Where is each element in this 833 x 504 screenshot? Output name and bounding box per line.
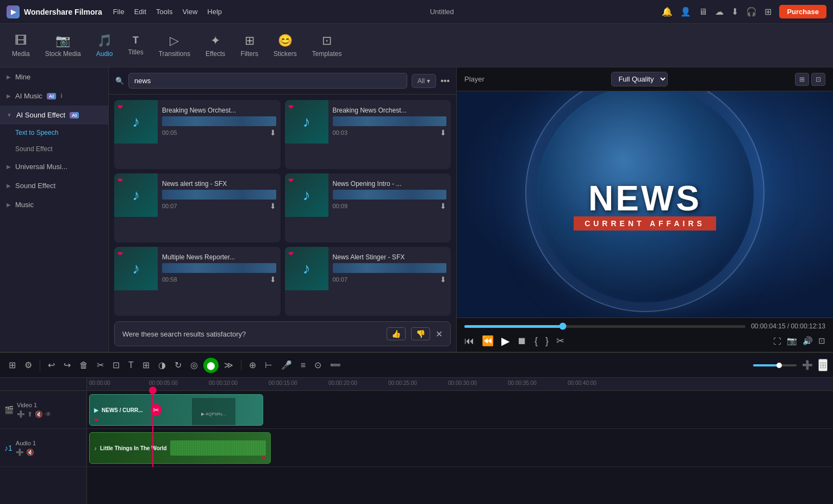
toolbar-item-media[interactable]: 🎞 Media: [4, 30, 38, 61]
tl-tracks-button[interactable]: ≡: [297, 358, 309, 372]
toolbar-item-titles[interactable]: T Titles: [120, 32, 151, 59]
toolbar-item-stickers[interactable]: 😊 Stickers: [266, 30, 304, 61]
crop-button[interactable]: ⊞: [139, 358, 153, 372]
timeline-tool-button[interactable]: ⚙: [21, 358, 35, 372]
play-button[interactable]: ▶: [501, 334, 509, 347]
snapshot-button[interactable]: 📷: [787, 336, 797, 346]
menu-file[interactable]: File: [113, 8, 125, 16]
thumbup-button[interactable]: 👍: [387, 327, 406, 340]
zoom-track[interactable]: [753, 364, 797, 366]
fullscreen-button[interactable]: ⛶: [773, 336, 781, 346]
adjust-button[interactable]: ◑: [155, 358, 169, 372]
mute-track-icon[interactable]: 🔇: [35, 410, 43, 418]
sidebar-item-sound-effect-sub[interactable]: Sound Effect: [0, 141, 108, 157]
headset-icon[interactable]: 🎧: [746, 7, 757, 17]
redo-button[interactable]: ↪: [60, 358, 74, 372]
download-btn-3[interactable]: ⬇: [440, 202, 446, 210]
download-btn-2[interactable]: ⬇: [270, 202, 276, 210]
apps-grid-icon[interactable]: ⊞: [764, 7, 772, 17]
tl-zoom-out[interactable]: ➖: [327, 358, 344, 372]
transitions-icon: ▷: [170, 34, 179, 48]
download-btn-4[interactable]: ⬇: [270, 275, 276, 284]
thumbdown-button[interactable]: 👎: [411, 327, 430, 340]
text-button[interactable]: T: [125, 358, 137, 372]
more-tl-button[interactable]: ≫: [221, 358, 237, 372]
profile-icon[interactable]: 👤: [680, 7, 691, 17]
copy-button[interactable]: ⊡: [109, 358, 123, 372]
audio-card-0[interactable]: ❤ ♪ Breaking News Orchest... 00:05 ⬇: [114, 100, 281, 169]
purchase-button[interactable]: Purchase: [779, 5, 826, 18]
audio-card-5[interactable]: ❤ ♪ News Alert Stinger - SFX 00:07 ⬇: [285, 247, 451, 316]
toolbar-item-stock-media[interactable]: 📷 Stock Media: [38, 30, 89, 61]
menu-tools[interactable]: Tools: [156, 8, 172, 16]
cloud-upload-icon[interactable]: ☁: [715, 7, 724, 17]
download-btn-0[interactable]: ⬇: [270, 128, 276, 137]
tl-replace-button[interactable]: ⊙: [311, 358, 325, 372]
export-track-icon[interactable]: ⬆: [27, 410, 33, 418]
record-button[interactable]: ⬤: [203, 358, 219, 373]
download-btn-5[interactable]: ⬇: [440, 275, 446, 284]
toolbar-item-effects[interactable]: ✦ Effects: [198, 30, 233, 61]
pip-button[interactable]: ⊡: [818, 336, 825, 346]
audio-card-4[interactable]: ❤ ♪ Multiple News Reporter... 00:58 ⬇: [114, 247, 281, 316]
audio-card-1[interactable]: ❤ ♪ Breaking News Orchest... 00:03 ⬇: [285, 100, 451, 169]
add-audio-icon[interactable]: ➕: [16, 449, 24, 456]
tl-mic-button[interactable]: 🎤: [278, 358, 295, 372]
frame-back-button[interactable]: ⏪: [482, 335, 494, 347]
audio-card-3[interactable]: ❤ ♪ News Opening Intro - ... 00:09 ⬇: [285, 173, 451, 242]
blend-button[interactable]: ◎: [187, 358, 201, 372]
mark-in-button[interactable]: {: [534, 335, 538, 347]
menu-view[interactable]: View: [182, 8, 197, 16]
audio-card-2[interactable]: ❤ ♪ News alert sting - SFX 00:07 ⬇: [114, 173, 281, 242]
sidebar-item-sound-effect[interactable]: ▶ Sound Effect: [0, 176, 108, 195]
mute-audio-icon[interactable]: 🔇: [26, 449, 34, 456]
audio-clip[interactable]: ♪ Little Things In The World ❤: [89, 432, 271, 464]
feedback-close-button[interactable]: ✕: [436, 329, 443, 339]
eye-track-icon[interactable]: 👁: [45, 410, 52, 418]
tl-zoom-in[interactable]: ➕: [799, 358, 816, 372]
toolbar-item-templates[interactable]: ⊡ Templates: [304, 30, 350, 61]
grid-view-button[interactable]: ⊞: [795, 73, 809, 86]
volume-button[interactable]: 🔊: [803, 336, 813, 346]
sidebar-item-ai-sound[interactable]: ▼ AI Sound Effect AI: [0, 105, 108, 125]
heart-icon-2: ❤: [117, 177, 123, 184]
skip-back-button[interactable]: ⏮: [464, 335, 474, 347]
undo-button[interactable]: ↩: [45, 358, 58, 372]
info-icon-music[interactable]: ℹ: [60, 92, 63, 99]
quality-select[interactable]: Full Quality 1/2 Quality 1/4 Quality: [611, 72, 668, 86]
tl-snap-button[interactable]: ⊢: [262, 358, 276, 372]
sidebar-item-ai-music[interactable]: ▶ AI Music AI ℹ: [0, 86, 108, 105]
sidebar-item-mine[interactable]: ▶ Mine: [0, 67, 108, 86]
toolbar-item-filters[interactable]: ⊞ Filters: [233, 30, 266, 61]
toolbar-item-transitions[interactable]: ▷ Transitions: [151, 30, 198, 61]
add-track-icon[interactable]: ➕: [17, 410, 25, 418]
more-options-button[interactable]: •••: [440, 76, 450, 86]
timeline-track-area[interactable]: 00:00:00 00:00:05:00 00:00:10:00 00:00:1…: [87, 378, 833, 504]
tl-grid-view[interactable]: ⊞: [818, 359, 828, 371]
sidebar-item-universal-music[interactable]: ▶ Universal Musi...: [0, 157, 108, 176]
notification-icon[interactable]: 🔔: [662, 7, 673, 17]
filter-dropdown[interactable]: All ▾: [412, 74, 436, 88]
mark-out-button[interactable]: }: [545, 335, 549, 347]
expand-view-button[interactable]: ⊡: [811, 73, 825, 86]
stop-button[interactable]: ⏹: [517, 335, 527, 347]
tl-select-button[interactable]: ⊕: [246, 358, 259, 372]
refresh-button[interactable]: ↻: [171, 358, 185, 372]
cut-button[interactable]: ✂: [94, 358, 107, 372]
trim-button[interactable]: ✂: [556, 335, 564, 347]
toolbar-item-audio[interactable]: 🎵 Audio: [89, 30, 121, 61]
heart-icon-3: ❤: [288, 177, 294, 184]
menu-edit[interactable]: Edit: [134, 8, 146, 16]
menu-help[interactable]: Help: [207, 8, 222, 16]
progress-track[interactable]: [464, 325, 745, 328]
download-icon[interactable]: ⬇: [731, 7, 738, 17]
sidebar-item-music[interactable]: ▶ Music: [0, 195, 108, 214]
monitor-icon[interactable]: 🖥: [699, 7, 707, 17]
playhead[interactable]: [152, 391, 153, 467]
search-input[interactable]: [128, 73, 407, 89]
download-btn-1[interactable]: ⬇: [440, 128, 446, 137]
video-clip[interactable]: ▶ NEWS / CURR... ▶ AQPbRs... ✂ ❤: [89, 394, 263, 426]
delete-button[interactable]: 🗑: [76, 358, 91, 372]
timeline-scenes-button[interactable]: ⊞: [5, 358, 19, 372]
sidebar-item-text-to-speech[interactable]: Text to Speech: [0, 125, 108, 141]
